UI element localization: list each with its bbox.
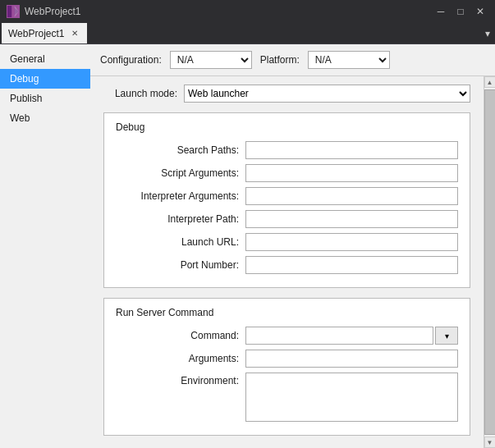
port-number-row: Port Number: [116, 256, 458, 274]
search-paths-label: Search Paths: [116, 144, 239, 156]
command-input[interactable] [245, 327, 433, 345]
app-title: WebProject1 [25, 6, 80, 17]
command-input-group: ▾ [245, 327, 458, 345]
tab-label: WebProject1 [8, 28, 64, 39]
launch-mode-row: Launch mode: Web launcher [103, 85, 470, 103]
port-number-label: Port Number: [116, 259, 239, 271]
title-bar-left: WebProject1 [7, 5, 80, 18]
script-arguments-label: Script Arguments: [116, 167, 239, 179]
top-bar: Configuration: N/A Platform: N/A [90, 44, 495, 76]
tab-close-icon[interactable]: ✕ [69, 28, 80, 39]
script-arguments-input[interactable] [245, 164, 458, 182]
sidebar-item-web[interactable]: Web [0, 108, 90, 128]
vs-logo-icon [7, 5, 20, 18]
run-server-section-title: Run Server Command [116, 307, 458, 318]
interpreter-arguments-row: Interpreter Arguments: [116, 187, 458, 205]
scroll-up-button[interactable]: ▲ [484, 76, 496, 88]
platform-select[interactable]: N/A [308, 51, 390, 69]
tab-webproject1[interactable]: WebProject1 ✕ [2, 23, 88, 43]
minimize-button[interactable]: ─ [433, 3, 449, 20]
title-bar-controls: ─ □ ✕ [433, 3, 488, 20]
debug-section-title: Debug [116, 121, 458, 133]
launch-url-label: Launch URL: [116, 236, 239, 248]
run-server-section: Run Server Command Command: ▾ Arguments: [103, 298, 470, 436]
environment-textarea[interactable] [245, 373, 458, 422]
tab-dropdown-arrow[interactable]: ▾ [480, 23, 495, 43]
configuration-label: Configuration: [100, 54, 162, 66]
maximize-button[interactable]: □ [452, 3, 469, 20]
tab-bar: WebProject1 ✕ ▾ [0, 23, 495, 44]
svg-marker-2 [15, 6, 19, 17]
title-bar: WebProject1 ─ □ ✕ [0, 0, 495, 23]
interpreter-arguments-input[interactable] [245, 187, 458, 205]
interpreter-arguments-label: Interpreter Arguments: [116, 190, 239, 202]
right-panel: Configuration: N/A Platform: N/A Launch … [90, 44, 495, 448]
sidebar-item-debug[interactable]: Debug [0, 69, 90, 89]
sidebar: General Debug Publish Web [0, 44, 90, 448]
launch-mode-label: Launch mode: [103, 88, 177, 99]
vertical-scrollbar: ▲ ▼ [484, 76, 495, 448]
command-dropdown-button[interactable]: ▾ [435, 327, 458, 345]
interpreter-path-row: Interpreter Path: [116, 210, 458, 228]
interpreter-path-label: Interpreter Path: [116, 213, 239, 225]
search-paths-row: Search Paths: [116, 141, 458, 159]
scroll-thumb[interactable] [484, 89, 496, 435]
launch-mode-select[interactable]: Web launcher [184, 85, 470, 103]
close-button[interactable]: ✕ [472, 3, 488, 20]
interpreter-path-input[interactable] [245, 210, 458, 228]
sidebar-item-publish[interactable]: Publish [0, 89, 90, 108]
command-label: Command: [116, 330, 239, 341]
script-arguments-row: Script Arguments: [116, 164, 458, 182]
main-content: General Debug Publish Web Configuration:… [0, 44, 495, 448]
environment-label: Environment: [116, 373, 239, 386]
platform-label: Platform: [260, 54, 300, 66]
svg-marker-1 [11, 6, 15, 17]
search-paths-input[interactable] [245, 141, 458, 159]
arguments-row: Arguments: [116, 350, 458, 368]
environment-row: Environment: [116, 373, 458, 422]
command-row: Command: ▾ [116, 327, 458, 345]
arguments-label: Arguments: [116, 353, 239, 364]
scroll-down-button[interactable]: ▼ [484, 437, 496, 448]
launch-url-input[interactable] [245, 233, 458, 251]
debug-section: Debug Search Paths: Script Arguments: In… [103, 112, 470, 288]
launch-url-row: Launch URL: [116, 233, 458, 251]
arguments-input[interactable] [245, 350, 458, 368]
port-number-input[interactable] [245, 256, 458, 274]
configuration-select[interactable]: N/A [170, 51, 252, 69]
sidebar-item-general[interactable]: General [0, 49, 90, 69]
form-area: Launch mode: Web launcher Debug Search P… [90, 76, 484, 448]
